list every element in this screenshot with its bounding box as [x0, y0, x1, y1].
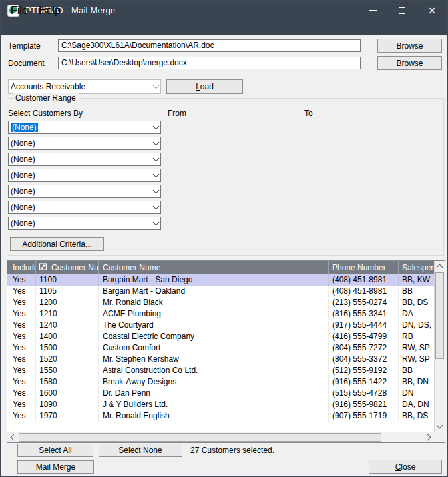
maximize-button[interactable] — [391, 1, 413, 20]
menu-help[interactable]: Help — [36, 3, 63, 18]
cell-phone-number: (515) 555-4728 — [329, 388, 399, 399]
scroll-down-button[interactable] — [435, 421, 445, 432]
cell-include: Yes — [7, 320, 36, 331]
close-button[interactable]: Close — [369, 460, 442, 474]
col-header-salesperson[interactable]: Salesperson — [399, 261, 434, 274]
table-row[interactable]: Yes 1890 J & Y Builders Ltd. (916) 555-9… — [7, 399, 434, 410]
table-header: Include Customer Number Customer Name Ph… — [7, 261, 434, 274]
chevron-down-icon — [153, 187, 160, 194]
menu-bar — [1, 20, 447, 35]
chevron-right-icon — [425, 434, 431, 441]
template-browse-button[interactable]: Browse — [377, 39, 442, 53]
cell-customer-name: ACME Plumbing — [99, 308, 329, 320]
horizontal-scrollbar[interactable] — [7, 432, 434, 442]
table-row[interactable]: Yes 1240 The Courtyard (917) 555-4444 DN… — [7, 320, 434, 331]
cell-customer-name: Dr. Dan Penn — [99, 388, 329, 399]
cell-include: Yes — [7, 365, 36, 376]
select-customers-by-label: Select Customers By — [8, 109, 83, 118]
select-all-button[interactable]: Select All — [17, 444, 93, 457]
cell-customer-number: 1890 — [36, 399, 99, 410]
filter-select-5[interactable]: (None) — [8, 185, 161, 198]
cell-customer-name: Mr. Ronald Black — [99, 297, 329, 308]
cell-salesperson: BB, DN — [399, 376, 434, 388]
scroll-up-button[interactable] — [435, 261, 445, 272]
cell-include: Yes — [7, 354, 36, 365]
filter-select-1[interactable]: (None) — [8, 121, 161, 134]
customer-table: Include Customer Number Customer Name Ph… — [7, 260, 445, 443]
select-none-button[interactable]: Select None — [99, 444, 182, 457]
mail-merge-window: PTDEMO - Mail Merge ✕ File Help Template… — [0, 0, 448, 477]
chevron-down-icon — [153, 123, 160, 130]
filter-select-4[interactable]: (None) — [8, 169, 161, 182]
to-label: To — [304, 109, 313, 118]
table-row[interactable]: Yes 1105 Bargain Mart - Oakland (408) 45… — [7, 286, 434, 297]
filter-select-7[interactable]: (None) — [8, 217, 161, 230]
table-row[interactable]: Yes 1550 Astral Construction Co Ltd. (51… — [7, 365, 434, 376]
cell-salesperson: DN — [399, 388, 434, 399]
cell-phone-number: (512) 555-9192 — [329, 365, 399, 376]
cell-salesperson: DN, DS, KW — [399, 320, 434, 331]
cell-customer-name: Mr. Stephen Kershaw — [99, 354, 329, 365]
close-window-button[interactable]: ✕ — [419, 1, 445, 20]
table-row[interactable]: Yes 1100 Bargain Mart - San Diego (408) … — [7, 274, 434, 286]
customers-selected-status: 27 Customers selected. — [190, 446, 274, 455]
col-header-include[interactable]: Include — [7, 261, 36, 274]
cell-salesperson: BB, KW — [399, 274, 434, 286]
customer-range-label: Customer Range — [13, 93, 79, 103]
filter-select-2[interactable]: (None) — [8, 137, 161, 150]
document-path-input[interactable]: C:\Users\User\Desktop\merge.docx — [58, 57, 361, 69]
template-label: Template — [8, 41, 41, 51]
minimize-icon — [369, 10, 377, 11]
table-row[interactable]: Yes 1520 Mr. Stephen Kershaw (804) 555-3… — [7, 354, 434, 365]
cell-phone-number: (804) 555-3372 — [329, 354, 399, 365]
filter-select-3[interactable]: (None) — [8, 153, 161, 166]
table-row[interactable]: Yes 1500 Custom Comfort (804) 555-7272 R… — [7, 342, 434, 354]
scroll-left-button[interactable] — [7, 432, 18, 442]
scroll-right-button[interactable] — [423, 432, 434, 442]
table-row[interactable]: Yes 1210 ACME Plumbing (816) 555-3341 DA — [7, 308, 434, 320]
customer-table-body: Yes 1100 Bargain Mart - San Diego (408) … — [7, 274, 434, 422]
cell-customer-number: 1240 — [36, 320, 99, 331]
cell-include: Yes — [7, 286, 36, 297]
cell-include: Yes — [7, 399, 36, 410]
filter-select-6[interactable]: (None) — [8, 201, 161, 214]
table-row[interactable]: Yes 1200 Mr. Ronald Black (213) 555-0274… — [7, 297, 434, 308]
cell-salesperson: BB, DS — [399, 410, 434, 422]
cell-customer-number: 1210 — [36, 308, 99, 320]
finder-icon — [39, 262, 47, 273]
cell-salesperson: DA — [399, 308, 434, 320]
chevron-down-icon — [153, 219, 160, 226]
cell-phone-number: (907) 555-1719 — [329, 410, 399, 422]
close-icon: ✕ — [428, 6, 436, 15]
col-header-phone-number[interactable]: Phone Number — [329, 261, 399, 274]
vertical-scrollbar[interactable] — [434, 261, 445, 432]
additional-criteria-button[interactable]: Additional Criteria... — [10, 237, 104, 251]
table-row[interactable]: Yes 1580 Break-Away Designs (916) 555-14… — [7, 376, 434, 388]
chevron-down-icon — [153, 155, 160, 162]
document-browse-button[interactable]: Browse — [377, 56, 442, 70]
table-row[interactable]: Yes 1970 Mr. Ronald English (907) 555-17… — [7, 410, 434, 422]
cell-include: Yes — [7, 410, 36, 422]
cell-salesperson: DA, DN — [399, 399, 434, 410]
cell-include: Yes — [7, 274, 36, 286]
col-header-customer-number[interactable]: Customer Number — [36, 261, 99, 274]
mail-merge-button[interactable]: Mail Merge — [17, 460, 94, 474]
table-row[interactable]: Yes 1600 Dr. Dan Penn (515) 555-4728 DN — [7, 388, 434, 399]
minimize-button[interactable] — [362, 1, 383, 20]
cell-customer-name: Bargain Mart - Oakland — [99, 286, 329, 297]
cell-customer-number: 1400 — [36, 331, 99, 342]
template-path-input[interactable]: C:\Sage300\XL61A\Documentation\AR.doc — [58, 39, 361, 52]
cell-customer-name: J & Y Builders Ltd. — [99, 399, 329, 410]
table-row[interactable]: Yes 1400 Coastal Electric Company (416) … — [7, 331, 434, 342]
chevron-down-icon — [153, 171, 160, 178]
col-header-customer-name[interactable]: Customer Name — [99, 261, 329, 274]
menu-file[interactable]: File — [8, 3, 31, 18]
chevron-up-icon — [437, 264, 443, 271]
cell-include: Yes — [7, 342, 36, 354]
load-button[interactable]: Load — [166, 79, 243, 94]
module-select[interactable]: Accounts Receivable — [8, 79, 161, 94]
cell-customer-name: Astral Construction Co Ltd. — [99, 365, 329, 376]
horizontal-scroll-thumb[interactable] — [19, 433, 381, 442]
vertical-scroll-thumb[interactable] — [435, 272, 444, 359]
cell-customer-name: Coastal Electric Company — [99, 331, 329, 342]
